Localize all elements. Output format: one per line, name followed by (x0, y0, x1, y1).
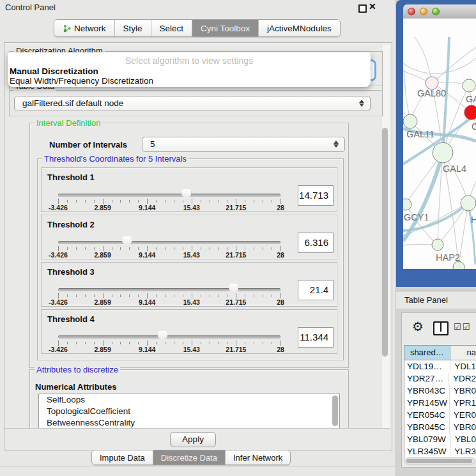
slider-tick-label: 21.715 (226, 204, 246, 211)
zoom-traffic-light-icon[interactable] (432, 8, 440, 15)
tab-jactivemnodules[interactable]: jActiveMNodules (259, 20, 340, 36)
algorithm-option[interactable]: Manual Discretization (10, 66, 98, 76)
control-panel-window: Control Panel ✕ NetworkStyleSelectCyni T… (0, 0, 395, 476)
slider-tick-label: 15.43 (183, 251, 200, 259)
attributes-scrollbar-thumb[interactable] (332, 395, 338, 426)
gear-icon[interactable]: ⚙ (412, 319, 424, 334)
threshold-value-field[interactable]: 6.316 (298, 233, 334, 253)
number-of-intervals-combobox[interactable]: 5 (142, 137, 345, 152)
network-window-titlebar[interactable] (403, 4, 476, 19)
tab-label: Infer Network (233, 453, 282, 463)
slider-tick-label: 21.715 (226, 251, 246, 259)
node-label: H (471, 215, 476, 225)
tab-infer-network[interactable]: Infer Network (226, 450, 290, 464)
cell-name: YBR0 (450, 421, 476, 433)
tab-discretize-data[interactable]: Discretize Data (153, 450, 226, 464)
slider-minor-ticks (58, 247, 281, 250)
tab-cyni-toolbox[interactable]: Cyni Toolbox (192, 20, 259, 36)
table-hscrollbar-thumb[interactable] (406, 459, 472, 463)
panel-scrollbar-thumb[interactable] (382, 128, 388, 357)
apply-button[interactable]: Apply (170, 432, 216, 447)
threshold-panel: Threshold 4-3.4262.8599.14415.4321.71528… (41, 309, 337, 354)
slider-tick-label: 21.715 (226, 346, 246, 353)
table-panel-bar: Table Panel (396, 291, 476, 310)
table-row[interactable]: YDL19…YDL1 (404, 360, 476, 372)
threshold-value-field[interactable]: 14.713 (298, 185, 334, 206)
threshold-panel: Threshold 2-3.4262.8599.14415.4321.71528… (41, 215, 337, 259)
table-hscrollbar[interactable] (404, 457, 475, 464)
network-node-gal80[interactable] (426, 77, 438, 89)
algorithm-option[interactable]: Equal Width/Frequency Discretization (10, 76, 153, 86)
tab-network[interactable]: Network (54, 20, 115, 36)
node-label: HAP2 (436, 252, 460, 263)
tab-label: Discretize Data (161, 453, 217, 463)
cell-name: YDL1 (450, 360, 476, 372)
slider-minor-ticks (58, 295, 281, 297)
cell-shared-name: YPR145W (404, 397, 450, 409)
cell-shared-name: YDR27… (404, 372, 449, 385)
slider-track[interactable] (58, 288, 280, 291)
cell-shared-name: YER054C (404, 409, 450, 421)
network-icon (63, 24, 71, 33)
algorithm-dropdown-popup: Select algorithm to view settings Manual… (8, 52, 371, 87)
slider-tick-label: -3.426 (49, 251, 68, 259)
column-header-name[interactable]: na (450, 346, 476, 360)
combo-arrows-icon (359, 99, 365, 109)
table-row[interactable]: YBR045CYBR0 (404, 421, 476, 433)
column-header-shared-name[interactable]: shared… (404, 346, 450, 360)
network-node-c[interactable] (464, 105, 476, 119)
network-canvas[interactable]: GAL80GACGAL11GAL4GCY1HHAP2 (403, 19, 476, 269)
cell-name: YBL0 (451, 433, 476, 445)
table-data-combo-value: galFiltered.sif default node (22, 98, 123, 108)
float-window-icon[interactable] (358, 4, 367, 13)
slider-track[interactable] (58, 194, 280, 197)
numerical-attribute-item[interactable]: TopologicalCoefficient (39, 406, 339, 417)
threshold-value-field[interactable]: 11.344 (298, 327, 334, 348)
table-row[interactable]: YLR345WYLR3 (404, 445, 476, 457)
cell-name: YBR0 (450, 385, 476, 397)
minimize-traffic-light-icon[interactable] (420, 8, 427, 15)
table-row[interactable]: YER054CYER0 (404, 409, 476, 421)
close-icon[interactable]: ✕ (369, 1, 376, 12)
close-traffic-light-icon[interactable] (408, 8, 415, 15)
column-checkbox-icons[interactable]: ☑☑ (454, 322, 471, 332)
table-row[interactable]: YBR043CYBR0 (404, 385, 476, 397)
tab-label: Impute Data (100, 453, 145, 463)
threshold-value-field[interactable]: 21.4 (298, 280, 334, 300)
slider-tick-label: 28 (277, 298, 284, 306)
numerical-attributes-list[interactable]: SelfLoopsTopologicalCoefficientBetweenne… (38, 394, 340, 429)
table-panel-title: Table Panel (404, 291, 448, 309)
cell-shared-name: YDL19… (404, 360, 450, 372)
tab-label: Select (160, 24, 184, 33)
window-title: Control Panel (5, 3, 56, 12)
table-data-combobox[interactable]: galFiltered.sif default node (14, 96, 371, 111)
slider-tick-label: 21.715 (226, 298, 246, 306)
network-node-h[interactable] (461, 196, 476, 211)
tab-select[interactable]: Select (151, 20, 193, 36)
cell-shared-name: YLR345W (404, 445, 450, 457)
numerical-attribute-item[interactable]: SelfLoops (39, 394, 339, 406)
tab-style[interactable]: Style (115, 20, 151, 36)
node-label: GAL80 (417, 88, 446, 98)
top-tab-bar: NetworkStyleSelectCyni ToolboxjActiveMNo… (54, 19, 341, 37)
network-node-ga[interactable] (463, 79, 475, 92)
slider-track[interactable] (58, 241, 280, 244)
tab-impute-data[interactable]: Impute Data (92, 450, 153, 464)
network-node-gal11[interactable] (403, 114, 417, 128)
network-node-gal4[interactable] (433, 142, 453, 163)
algorithm-placeholder: Select algorithm to view settings (8, 56, 371, 66)
numerical-attribute-item[interactable]: BetweennessCentrality (39, 417, 339, 429)
slider-tick-label: 9.144 (139, 251, 155, 259)
network-node-hap2[interactable] (432, 239, 443, 250)
slider-tick-label: -3.426 (49, 204, 68, 211)
cell-name: YLR3 (450, 445, 476, 457)
number-of-intervals-value: 5 (150, 139, 155, 149)
table-row[interactable]: YPR145WYPR1 (404, 397, 476, 409)
table-row[interactable]: YDR27…YDR2 (404, 372, 476, 385)
slider-track[interactable] (58, 335, 280, 339)
table-row[interactable]: YBL079WYBL0 (404, 433, 476, 445)
network-node-gcy1[interactable] (403, 199, 411, 210)
interval-definition-group-label: Interval Definition (35, 118, 102, 128)
number-of-intervals-label: Number of Intervals (47, 140, 129, 150)
columns-icon[interactable] (433, 321, 449, 335)
